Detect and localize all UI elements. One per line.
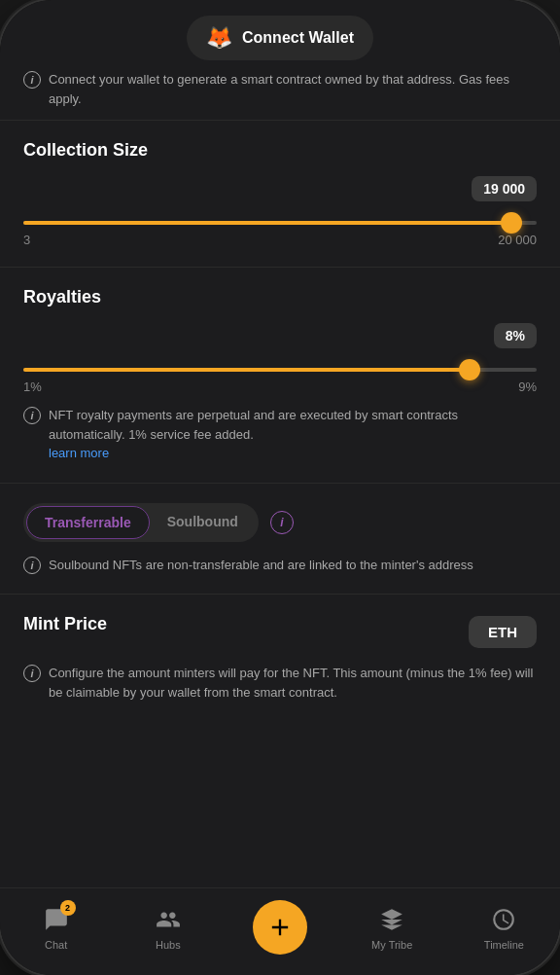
slider-fill-royalties	[23, 368, 470, 372]
soulbound-pill[interactable]: Soulbound	[150, 506, 256, 539]
chat-label: Chat	[45, 939, 67, 951]
collection-size-value: 19 000	[472, 176, 537, 201]
royalties-labels: 1% 9%	[23, 379, 537, 394]
hubs-icon	[156, 907, 181, 932]
slider-track-royalties	[23, 368, 537, 372]
timeline-icon-wrap	[488, 904, 519, 935]
collection-size-section: Collection Size 19 000 3 20 000	[0, 121, 560, 268]
phone-screen: 🦊 Connect Wallet i Connect your wallet t…	[0, 0, 560, 975]
royalties-info-row: i NFT royalty payments are perpetual and…	[23, 406, 537, 463]
soulbound-info-text: Soulbound NFTs are non-transferable and …	[49, 556, 473, 575]
timeline-icon	[491, 907, 516, 932]
wallet-info-text: Connect your wallet to generate a smart …	[49, 70, 537, 108]
connect-wallet-label: Connect Wallet	[242, 29, 354, 47]
nav-item-chat[interactable]: 2 Chat	[0, 904, 112, 951]
mint-price-section: Mint Price ETH i Configure the amount mi…	[0, 595, 560, 721]
toggle-row: Transferrable Soulbound i	[23, 503, 537, 542]
connect-wallet-button[interactable]: 🦊 Connect Wallet	[187, 16, 373, 60]
bottom-nav: 2 Chat Hubs	[0, 887, 560, 975]
royalties-title: Royalties	[23, 287, 537, 307]
nav-item-my-tribe[interactable]: My Tribe	[336, 904, 448, 951]
nav-item-plus[interactable]	[224, 900, 335, 955]
slider-thumb-collection[interactable]	[501, 212, 522, 234]
nav-item-hubs[interactable]: Hubs	[112, 904, 224, 951]
slider-track-collection	[23, 221, 537, 225]
wallet-info-icon: i	[23, 71, 41, 89]
chat-icon-wrap: 2	[41, 904, 72, 935]
plus-button[interactable]	[253, 900, 307, 955]
collection-size-labels: 3 20 000	[23, 233, 537, 247]
phone-frame: 🦊 Connect Wallet i Connect your wallet t…	[0, 0, 560, 975]
mint-price-info-icon: i	[23, 665, 41, 682]
chat-badge: 2	[60, 900, 76, 916]
my-tribe-icon-wrap	[376, 904, 407, 935]
royalties-value: 8%	[494, 323, 537, 348]
nav-item-timeline[interactable]: Timeline	[448, 904, 560, 951]
wallet-icon: 🦊	[206, 25, 232, 51]
transferrable-pill[interactable]: Transferrable	[26, 506, 150, 539]
royalties-section: Royalties 8% 1% 9% i NFT r	[0, 268, 560, 484]
plus-icon	[266, 914, 294, 941]
collection-max-label: 20 000	[498, 233, 537, 247]
hubs-label: Hubs	[156, 939, 181, 951]
timeline-label: Timeline	[484, 939, 524, 951]
my-tribe-icon	[379, 907, 404, 932]
royalties-info-icon: i	[23, 407, 41, 424]
royalties-info-text: NFT royalty payments are perpetual and a…	[49, 406, 537, 463]
royalties-slider[interactable]	[23, 368, 537, 372]
soulbound-info-row: i Soulbound NFTs are non-transferable an…	[23, 556, 537, 575]
hubs-icon-wrap	[153, 904, 184, 935]
slider-fill-collection	[23, 221, 511, 225]
toggle-pills: Transferrable Soulbound	[23, 503, 259, 542]
slider-thumb-royalties[interactable]	[459, 359, 480, 380]
collection-min-label: 3	[23, 233, 30, 247]
my-tribe-label: My Tribe	[371, 939, 412, 951]
scroll-content[interactable]: 🦊 Connect Wallet i Connect your wallet t…	[0, 0, 560, 887]
eth-currency-badge[interactable]: ETH	[469, 616, 537, 648]
soulbound-info-icon[interactable]: i	[270, 511, 294, 534]
connect-wallet-section: 🦊 Connect Wallet i Connect your wallet t…	[0, 0, 560, 121]
royalties-max-label: 9%	[518, 379, 537, 394]
transfer-toggle-section: Transferrable Soulbound i i Soulbound NF…	[0, 484, 560, 596]
collection-size-title: Collection Size	[23, 140, 537, 161]
collection-size-slider[interactable]	[23, 221, 537, 225]
learn-more-link[interactable]: learn more	[49, 446, 109, 460]
mint-price-header: Mint Price ETH	[23, 614, 537, 650]
wallet-info-row: i Connect your wallet to generate a smar…	[23, 70, 537, 108]
mint-price-info-text: Configure the amount minters will pay fo…	[49, 664, 537, 702]
soulbound-info-circle: i	[23, 557, 41, 574]
mint-price-info-row: i Configure the amount minters will pay …	[23, 664, 537, 702]
royalties-min-label: 1%	[23, 379, 42, 394]
mint-price-title: Mint Price	[23, 614, 107, 634]
